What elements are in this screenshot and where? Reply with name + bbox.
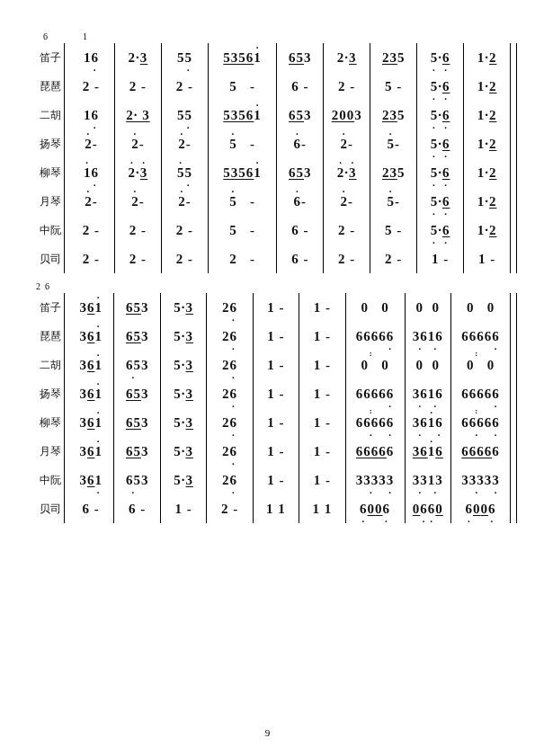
measure: 36 16 bbox=[406, 408, 451, 437]
measure: 2 - bbox=[324, 216, 370, 245]
measure: 6 - bbox=[68, 494, 114, 523]
measure: 6 - bbox=[277, 216, 324, 245]
instrument-label: 中阮 bbox=[27, 223, 64, 238]
bar-number: 6 bbox=[45, 281, 50, 291]
measure: 5 - bbox=[209, 187, 277, 216]
measure: 2 - bbox=[115, 72, 162, 101]
measure: 2 - bbox=[162, 129, 209, 158]
measure: 0 0 bbox=[346, 293, 406, 322]
instrument-label: 柳琴 bbox=[27, 165, 64, 181]
staff-erhu: 二胡 1 6 2· 3 5 5 5356 1 65 3 200 3 235 5·… bbox=[27, 101, 517, 129]
staff-liuqin: 柳琴 1 6 2· 3 5 5 5356 1 65 3 2· 3 235 5· … bbox=[27, 158, 517, 187]
measure: 1 - bbox=[299, 351, 345, 379]
measure: 2 - bbox=[68, 187, 115, 216]
measure: 2 6 bbox=[207, 437, 253, 466]
measure: 1 - bbox=[299, 379, 345, 408]
measure: 5 - bbox=[370, 187, 417, 216]
measure: 2 6 bbox=[207, 466, 253, 494]
measure: 5· 6 bbox=[417, 158, 464, 187]
measure: 1 - bbox=[254, 379, 299, 408]
measure: 5 - bbox=[370, 72, 417, 101]
measure: 1 1 bbox=[299, 494, 345, 523]
measure: 235 bbox=[370, 158, 417, 187]
measure: 2 6 bbox=[207, 408, 253, 437]
measure: 1· 2 bbox=[464, 72, 511, 101]
measure: 36 16 bbox=[406, 437, 451, 466]
measure: 65 3 bbox=[114, 322, 160, 351]
staff-yueqin: 月琴 2 - 2 - 2 - 5 - 6 - 2 - 5 - 5· 6 1· 2 bbox=[27, 187, 517, 216]
measure: 36 16 bbox=[406, 322, 451, 351]
measure: 5· 6 bbox=[417, 187, 464, 216]
staff-bass: 贝司 6 - 6 - 1 - 2 - 1 1 1 1 60 06 06 60 6… bbox=[27, 494, 517, 523]
measure: 1 6 bbox=[68, 158, 115, 187]
staff-yangqin: 扬琴 2 - 2 - 2 - 5 - 6 - 2 - 5 - 5· 6 1· 2 bbox=[27, 129, 517, 158]
measure: 2· 3 bbox=[115, 101, 162, 129]
measure: 235 bbox=[370, 43, 417, 72]
measure: 65 3 bbox=[277, 101, 324, 129]
bar-number: 6 bbox=[43, 31, 49, 41]
measure: 3 61 bbox=[68, 379, 114, 408]
staff-pipa: 琵琶 3 61 65 3 5· 3 2 6 1 - 1 - 6666 6 36 … bbox=[27, 322, 517, 351]
measure: 1 - bbox=[254, 437, 299, 466]
measure: 6666 6 bbox=[346, 379, 406, 408]
staff-pipa: 琵琶 2 - 2 - 2 - 5 - 6 - 2 - 5 - 5· 6 1· 2 bbox=[27, 72, 517, 101]
measure: 65 3 bbox=[114, 437, 160, 466]
measure: 2 - bbox=[115, 187, 162, 216]
measure: 65 3 bbox=[114, 466, 160, 494]
measure: 1 - bbox=[254, 408, 299, 437]
measure: 235 bbox=[370, 101, 417, 129]
measure: 5356 1 bbox=[209, 158, 277, 187]
measure: 1 - bbox=[254, 351, 299, 379]
measure: 5 - bbox=[209, 216, 277, 245]
measure: 5 - bbox=[209, 72, 277, 101]
measure: 2 - bbox=[162, 245, 209, 273]
bar-number: 2 bbox=[36, 281, 41, 291]
measure: 2· 3 bbox=[324, 43, 370, 72]
measure: 6666 6 bbox=[451, 322, 511, 351]
measure: 6666 6 bbox=[451, 379, 511, 408]
measure: 2 - bbox=[68, 72, 115, 101]
measure: 3 61 bbox=[68, 322, 114, 351]
instrument-label: 笛子 bbox=[27, 50, 64, 66]
measure: 3 61 bbox=[68, 466, 114, 494]
measure: 5· 6 bbox=[417, 216, 464, 245]
measure: 1 - bbox=[299, 322, 345, 351]
measure: 5 - bbox=[209, 129, 277, 158]
measure: 2 - bbox=[115, 216, 162, 245]
measure: 0 0 bbox=[406, 351, 451, 379]
measure: 0 0 bbox=[451, 293, 511, 322]
measure: 2· 3 bbox=[115, 43, 162, 72]
instrument-label: 扬琴 bbox=[27, 387, 64, 402]
measure: 200 3 bbox=[324, 101, 370, 129]
measure: 3333 3 bbox=[451, 466, 511, 494]
measure: 1 - bbox=[299, 408, 345, 437]
measure: 60 06 bbox=[346, 494, 406, 523]
measure: 65 3 bbox=[114, 293, 160, 322]
measure: 1 6 bbox=[68, 43, 115, 72]
instrument-label: 月琴 bbox=[27, 194, 64, 209]
staff-erhu: 二胡 3 61 65 3 5· 3 2 6 1 - 1 - 0 0 0 0 0 … bbox=[27, 351, 517, 379]
measure: 6 - bbox=[114, 494, 160, 523]
measure: 5· 3 bbox=[161, 466, 207, 494]
score-container: 1 6 笛子 1 6 2· 3 5 5 5356 1 65 3 2· 3 235… bbox=[27, 43, 517, 543]
staff-dizi: 笛子 1 6 2· 3 5 5 5356 1 65 3 2· 3 235 5· … bbox=[27, 43, 517, 72]
measure: 5· 6 bbox=[417, 72, 464, 101]
staff-liuqin: 柳琴 3 61 65 3 5· 3 2 6 1 - 1 - 6666 6 36 … bbox=[27, 408, 517, 437]
measure: 6 - bbox=[277, 245, 324, 273]
measure: 5· 6 bbox=[417, 129, 464, 158]
measure: 5356 1 bbox=[209, 43, 277, 72]
measure: 2 - bbox=[324, 187, 370, 216]
measure: 5· 3 bbox=[161, 379, 207, 408]
measure: 65 3 bbox=[114, 379, 160, 408]
instrument-label: 笛子 bbox=[27, 300, 64, 316]
measure: 5· 3 bbox=[161, 351, 207, 379]
measure: 6 - bbox=[277, 129, 324, 158]
measure: 2 - bbox=[324, 245, 370, 273]
measure: 3333 3 bbox=[346, 466, 406, 494]
measure: 2 - bbox=[209, 245, 277, 273]
measure: 2 - bbox=[370, 245, 417, 273]
instrument-label: 贝司 bbox=[27, 502, 64, 517]
instrument-label: 中阮 bbox=[27, 473, 64, 488]
measure: 5· 3 bbox=[161, 322, 207, 351]
measure: 65 3 bbox=[114, 351, 160, 379]
